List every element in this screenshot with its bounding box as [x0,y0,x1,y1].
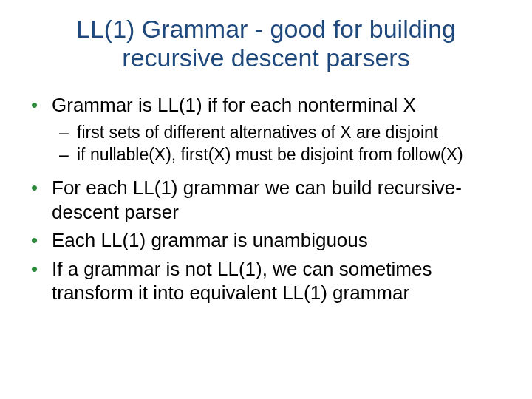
bullet-item: If a grammar is not LL(1), we can someti… [22,257,510,305]
sub-bullet-list: first sets of different alternatives of … [52,122,510,166]
slide: LL(1) Grammar - good for building recurs… [0,0,532,399]
bullet-item: Each LL(1) grammar is unambiguous [22,228,510,253]
bullet-text: Each LL(1) grammar is unambiguous [52,229,368,251]
bullet-text: Grammar is LL(1) if for each nonterminal… [52,94,416,116]
sub-bullet-item: if nullable(X), first(X) must be disjoin… [52,144,510,166]
bullet-text: If a grammar is not LL(1), we can someti… [52,258,432,304]
sub-bullet-item: first sets of different alternatives of … [52,122,510,143]
slide-title: LL(1) Grammar - good for building recurs… [52,15,480,72]
sub-bullet-text: if nullable(X), first(X) must be disjoin… [77,145,463,164]
sub-bullet-text: first sets of different alternatives of … [77,123,438,142]
bullet-item: Grammar is LL(1) if for each nonterminal… [22,93,510,166]
bullet-text: For each LL(1) grammar we can build recu… [52,177,462,223]
bullet-list: Grammar is LL(1) if for each nonterminal… [22,93,510,305]
bullet-item: For each LL(1) grammar we can build recu… [22,176,510,224]
